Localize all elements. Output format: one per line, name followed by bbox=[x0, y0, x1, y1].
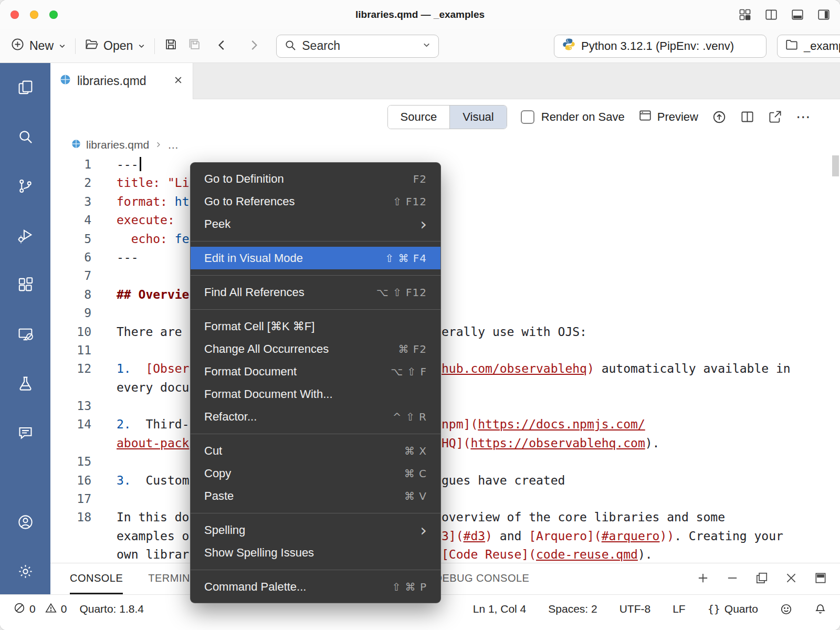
feedback-smiley-icon[interactable] bbox=[780, 603, 792, 615]
navigate-back-icon[interactable] bbox=[215, 38, 229, 54]
interpreter-select[interactable]: Python 3.12.1 (PipEnv: .venv) bbox=[554, 35, 766, 58]
sessions-icon[interactable] bbox=[13, 321, 38, 346]
code-editor[interactable]: 1---2title: "Li3format: ht4execute:5 ech… bbox=[50, 155, 840, 563]
code-line[interactable]: 13 bbox=[50, 397, 840, 415]
split-layout-icon[interactable] bbox=[764, 8, 778, 22]
indentation[interactable]: Spaces: 2 bbox=[548, 603, 597, 615]
code-line[interactable]: every docu bbox=[50, 379, 840, 397]
chevron-right-icon bbox=[154, 139, 162, 151]
search-icon bbox=[284, 39, 297, 54]
source-control-icon[interactable] bbox=[13, 173, 38, 198]
code-line[interactable]: 10There are erally use with OJS: bbox=[50, 323, 840, 341]
chat-icon[interactable] bbox=[13, 420, 38, 445]
code-line[interactable]: 5 echo: fe bbox=[50, 230, 840, 248]
breadcrumb-file[interactable]: libraries.qmd bbox=[86, 139, 149, 151]
code-line[interactable]: about-packHQ](https://observablehq.com). bbox=[50, 434, 840, 453]
source-mode-button[interactable]: Source bbox=[388, 106, 450, 129]
quarto-version[interactable]: Quarto: 1.8.4 bbox=[79, 603, 144, 615]
open-button[interactable]: Open bbox=[85, 37, 145, 55]
menu-item-change-all-occurrences[interactable]: Change All Occurrences⌘ F2 bbox=[191, 338, 440, 360]
more-actions-icon[interactable]: ⋯ bbox=[796, 110, 811, 124]
workspace-select[interactable]: _examples bbox=[777, 35, 840, 58]
notifications-bell-icon[interactable] bbox=[814, 603, 826, 615]
language-mode[interactable]: {} Quarto bbox=[708, 603, 758, 615]
toggle-panel-icon[interactable] bbox=[791, 8, 804, 22]
menu-item-edit-in-visual-mode[interactable]: Edit in Visual Mode⇧ ⌘ F4 bbox=[191, 247, 440, 269]
maximize-panel-icon[interactable] bbox=[814, 571, 827, 587]
new-console-plus-icon[interactable] bbox=[696, 571, 710, 587]
code-line[interactable]: 15 bbox=[50, 453, 840, 471]
code-line[interactable]: 17 bbox=[50, 490, 840, 508]
code-line[interactable]: 121. [Obserhub.com/observablehq) automat… bbox=[50, 360, 840, 378]
breadcrumb-ellipsis[interactable]: … bbox=[167, 139, 178, 151]
toolbar-divider bbox=[75, 38, 76, 54]
save-all-icon[interactable] bbox=[187, 37, 202, 55]
layout-grid-icon[interactable] bbox=[738, 8, 752, 22]
encoding[interactable]: UTF-8 bbox=[620, 603, 651, 615]
menu-item-format-document-with[interactable]: Format Document With... bbox=[191, 383, 440, 405]
eol-sequence[interactable]: LF bbox=[673, 603, 686, 615]
code-line[interactable]: 9 bbox=[50, 304, 840, 322]
panel-tab-console[interactable]: CONSOLE bbox=[70, 563, 123, 594]
code-line[interactable]: 7 bbox=[50, 267, 840, 285]
code-line[interactable]: 1--- bbox=[50, 155, 840, 174]
code-line[interactable]: 2title: "Li bbox=[50, 174, 840, 192]
menu-item-copy[interactable]: Copy⌘ C bbox=[191, 462, 440, 485]
text-cursor bbox=[140, 157, 141, 171]
preview-button[interactable]: Preview bbox=[638, 109, 698, 125]
code-line[interactable]: 142. Third-npm](https://docs.npmjs.com/ bbox=[50, 415, 840, 434]
breadcrumb[interactable]: libraries.qmd … bbox=[50, 134, 840, 155]
code-line[interactable]: examples o3](#d3) and [Arquero](#arquero… bbox=[50, 527, 840, 545]
code-line[interactable]: 3format: ht bbox=[50, 193, 840, 211]
split-editor-icon[interactable] bbox=[740, 110, 754, 124]
run-debug-icon[interactable] bbox=[13, 223, 38, 248]
submenu-arrow-icon: › bbox=[420, 215, 427, 234]
menu-item-peek[interactable]: Peek› bbox=[191, 213, 440, 235]
settings-gear-icon[interactable] bbox=[13, 559, 38, 584]
code-line[interactable]: 11 bbox=[50, 341, 840, 360]
render-on-save-checkbox[interactable] bbox=[521, 110, 534, 124]
navigate-forward-icon[interactable] bbox=[247, 38, 260, 54]
code-line[interactable]: 6--- bbox=[50, 248, 840, 267]
code-line[interactable]: own librar[Code Reuse](code-reuse.qmd). bbox=[50, 545, 840, 563]
save-icon[interactable] bbox=[164, 37, 178, 55]
panel-tab-debug-console[interactable]: DEBUG CONSOLE bbox=[434, 563, 529, 594]
search-select[interactable]: Search bbox=[276, 35, 439, 58]
code-line[interactable]: 4execute: bbox=[50, 211, 840, 229]
code-line[interactable]: 8## Overvie bbox=[50, 286, 840, 304]
quarto-file-icon bbox=[60, 74, 71, 88]
menu-item-format-cell-k-f[interactable]: Format Cell [⌘K ⌘F] bbox=[191, 315, 440, 338]
extensions-icon[interactable] bbox=[13, 272, 38, 297]
account-icon[interactable] bbox=[13, 509, 38, 534]
restore-panel-icon[interactable] bbox=[755, 571, 769, 587]
visual-mode-button[interactable]: Visual bbox=[449, 106, 507, 129]
chevron-down-icon bbox=[138, 39, 145, 53]
code-line[interactable]: 18In this dooverview of the core librari… bbox=[50, 508, 840, 527]
menu-item-command-palette[interactable]: Command Palette...⇧ ⌘ P bbox=[191, 575, 440, 598]
toggle-secondary-sidebar-icon[interactable] bbox=[817, 8, 831, 22]
testing-flask-icon[interactable] bbox=[13, 371, 38, 396]
minimize-panel-icon[interactable] bbox=[726, 571, 739, 587]
cursor-position[interactable]: Ln 1, Col 4 bbox=[473, 603, 527, 615]
new-button[interactable]: New bbox=[10, 37, 66, 55]
menu-item-cut[interactable]: Cut⌘ X bbox=[191, 439, 440, 462]
menu-item-format-document[interactable]: Format Document⌥ ⇧ F bbox=[191, 360, 440, 383]
menu-item-spelling[interactable]: Spelling› bbox=[191, 519, 440, 541]
code-line[interactable]: 163. Customgues have created bbox=[50, 471, 840, 490]
menu-item-paste[interactable]: Paste⌘ V bbox=[191, 485, 440, 507]
menu-item-find-all-references[interactable]: Find All References⌥ ⇧ F12 bbox=[191, 281, 440, 303]
close-tab-icon[interactable] bbox=[173, 74, 183, 88]
menu-item-go-to-definition[interactable]: Go to DefinitionF2 bbox=[191, 167, 440, 190]
menu-item-refactor[interactable]: Refactor...^ ⇧ R bbox=[191, 405, 440, 428]
open-in-new-window-icon[interactable] bbox=[768, 110, 782, 124]
menu-item-show-spelling-issues[interactable]: Show Spelling Issues bbox=[191, 541, 440, 564]
publish-icon[interactable] bbox=[712, 110, 727, 124]
explorer-icon[interactable] bbox=[13, 75, 38, 100]
line-number: 15 bbox=[50, 453, 91, 471]
menu-item-go-to-references[interactable]: Go to References⇧ F12 bbox=[191, 190, 440, 213]
line-number: 7 bbox=[50, 267, 91, 285]
search-sidebar-icon[interactable] bbox=[13, 124, 38, 149]
tab-libraries-qmd[interactable]: libraries.qmd bbox=[50, 63, 193, 99]
problems-indicator[interactable]: 0 0 bbox=[14, 602, 67, 616]
close-panel-icon[interactable] bbox=[784, 571, 798, 587]
